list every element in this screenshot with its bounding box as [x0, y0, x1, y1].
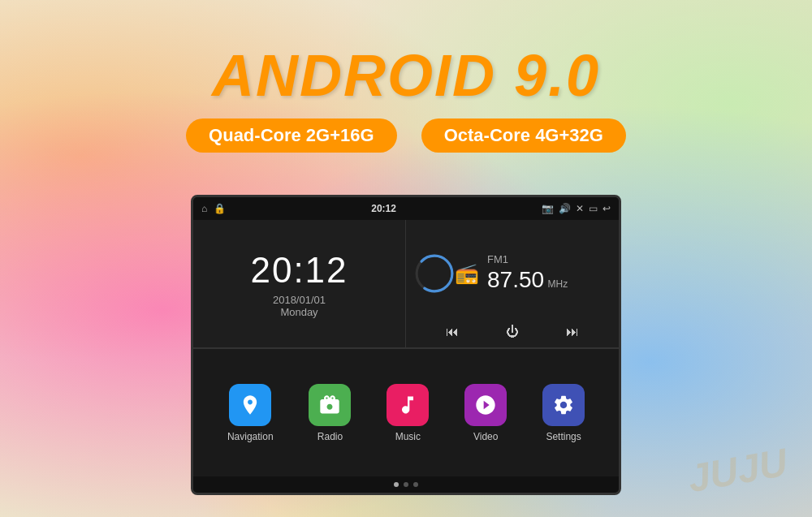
- music-icon: [387, 384, 429, 426]
- radio-frequency-row: 87.50 MHz: [487, 267, 611, 293]
- page-dot-3[interactable]: [413, 482, 418, 487]
- volume-icon[interactable]: 🔊: [559, 203, 571, 214]
- navigation-icon: [229, 384, 271, 426]
- lock-icon[interactable]: 🔒: [214, 203, 226, 214]
- radio-unit: MHz: [548, 278, 568, 290]
- page-dot-2[interactable]: [404, 482, 408, 487]
- radio-controls: ⏮ ⏻ ⏭: [414, 325, 611, 339]
- settings-icon: [542, 384, 585, 426]
- status-bar-right: 📷 🔊 ✕ ▭ ↩: [542, 203, 611, 214]
- radio-panel: 📻 FM1 87.50 MHz ⏮ ⏻ ⏭: [406, 220, 619, 348]
- video-icon: [464, 384, 507, 426]
- radio-frequency: 87.50: [487, 267, 544, 292]
- radio-top: 📻 FM1 87.50 MHz: [414, 228, 611, 318]
- window-icon[interactable]: ▭: [589, 203, 598, 214]
- radio-center-icon: 📻: [455, 262, 479, 285]
- status-time: 20:12: [226, 203, 542, 214]
- radio-band-label: FM1: [487, 253, 611, 265]
- radio-app-icon: [309, 384, 351, 426]
- car-screen: ⌂ 🔒 20:12 📷 🔊 ✕ ▭ ↩ 20:12 2018/01/01 Mon…: [191, 195, 621, 495]
- app-navigation[interactable]: Navigation: [227, 384, 274, 442]
- close-square-icon[interactable]: ✕: [576, 203, 584, 214]
- home-icon[interactable]: ⌂: [201, 203, 207, 214]
- radio-power-button[interactable]: ⏻: [506, 325, 519, 339]
- status-bar: ⌂ 🔒 20:12 📷 🔊 ✕ ▭ ↩: [193, 197, 619, 220]
- back-icon[interactable]: ↩: [603, 203, 611, 214]
- main-content: 20:12 2018/01/01 Monday 📻: [193, 220, 619, 476]
- radio-next-button[interactable]: ⏭: [566, 325, 579, 339]
- radio-label: Radio: [317, 431, 343, 442]
- navigation-label: Navigation: [227, 431, 274, 442]
- app-video[interactable]: Video: [464, 384, 507, 442]
- app-settings[interactable]: Settings: [542, 384, 585, 442]
- radio-circle: 📻: [414, 241, 479, 306]
- bottom-bar: [193, 476, 619, 493]
- badge-octa-core: Octa-Core 4G+32G: [421, 118, 626, 153]
- app-music[interactable]: Music: [387, 384, 429, 442]
- clock-panel: 20:12 2018/01/01 Monday: [193, 220, 406, 348]
- radio-prev-button[interactable]: ⏮: [446, 325, 459, 339]
- page-dot-1[interactable]: [394, 482, 399, 487]
- car-screen-wrapper: ⌂ 🔒 20:12 📷 🔊 ✕ ▭ ↩ 20:12 2018/01/01 Mon…: [191, 195, 621, 495]
- clock-time: 20:12: [250, 250, 348, 291]
- clock-day: Monday: [280, 306, 317, 318]
- status-bar-left: ⌂ 🔒: [201, 203, 226, 214]
- top-section: ANDROID 9.0 Quad-Core 2G+16G Octa-Core 4…: [0, 0, 812, 195]
- apps-panel: Navigation Radio Music: [193, 348, 619, 476]
- music-label: Music: [395, 431, 421, 442]
- app-radio[interactable]: Radio: [309, 384, 351, 442]
- badge-row: Quad-Core 2G+16G Octa-Core 4G+32G: [186, 118, 626, 153]
- video-label: Video: [473, 431, 498, 442]
- clock-date: 2018/01/01: [273, 294, 326, 306]
- android-title: ANDROID 9.0: [212, 42, 600, 109]
- badge-quad-core: Quad-Core 2G+16G: [186, 118, 397, 153]
- settings-label: Settings: [546, 431, 581, 442]
- camera-icon[interactable]: 📷: [542, 203, 554, 214]
- radio-info: FM1 87.50 MHz: [487, 253, 611, 293]
- radio-progress-svg: [414, 241, 455, 306]
